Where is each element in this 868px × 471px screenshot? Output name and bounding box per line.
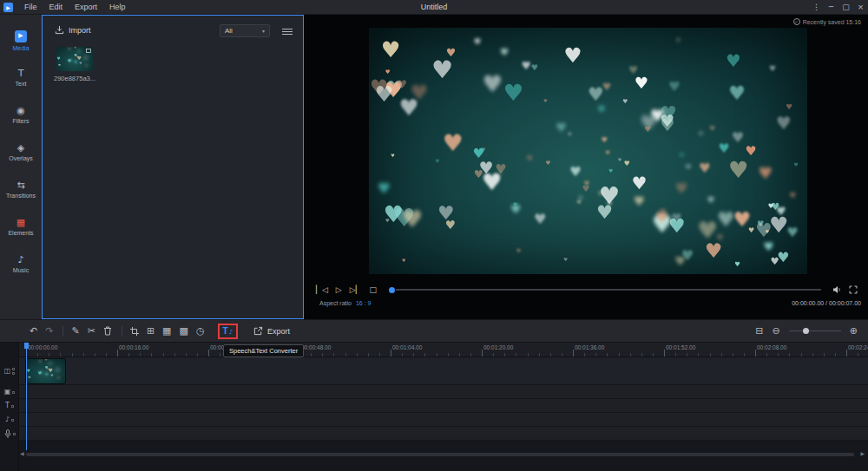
media-item-thumbnail[interactable]: ♥♥♥♥♥♥♥♥♥♥♥♥♥♥♥♥: [56, 47, 93, 71]
voice-track-header[interactable]: [0, 427, 19, 441]
track-lock-icons[interactable]: [11, 405, 14, 408]
heart-shape: ♥: [583, 180, 589, 187]
ruler-tick: [550, 353, 551, 357]
minimize-button[interactable]: ─: [824, 3, 838, 11]
heart-shape: ♥: [635, 75, 648, 90]
duration-icon[interactable]: ◷: [196, 326, 205, 336]
speech-text-converter-button[interactable]: T ♪: [218, 324, 239, 339]
previous-frame-button[interactable]: ▏◁: [316, 286, 328, 294]
heart-shape: ♥: [606, 200, 613, 208]
more-options-icon[interactable]: ⋮: [809, 3, 824, 11]
close-button[interactable]: ×: [853, 3, 868, 11]
mosaic-icon[interactable]: ▩: [180, 326, 188, 336]
heart-shape: ♥: [618, 157, 621, 161]
track-lock-icons[interactable]: [12, 391, 15, 394]
sidebar-item-transitions[interactable]: ⇆ Transitions: [0, 171, 42, 208]
sidebar-item-label: Music: [13, 267, 29, 273]
pip-track[interactable]: [19, 385, 868, 399]
heart-shape: ♥: [384, 81, 402, 101]
zoom-slider-knob[interactable]: [803, 328, 809, 334]
import-label: Import: [69, 26, 91, 35]
timeline-video-clip[interactable]: ♥♥♥♥♥♥♥♥♥♥♥♥♥♥♥♥: [26, 359, 65, 383]
heart-shape: ♥: [445, 219, 456, 232]
ruler-timestamp: 00:02:24.00: [848, 344, 868, 350]
heart-shape: ♥: [734, 261, 740, 267]
track-lock-icons[interactable]: [11, 419, 14, 422]
redo-icon[interactable]: ↷: [45, 326, 53, 336]
heart-shape: ♥: [45, 359, 48, 362]
heart-shape: ♥: [719, 141, 730, 154]
horizontal-scrollbar[interactable]: [26, 453, 854, 456]
music-track-header[interactable]: ♪: [0, 413, 19, 427]
pip-track-header[interactable]: ▣: [0, 385, 19, 399]
sidebar-item-overlays[interactable]: ◈ Overlays: [0, 134, 42, 171]
sidebar-item-music[interactable]: ♪ Music: [0, 245, 42, 283]
cut-icon[interactable]: ✂: [88, 326, 95, 336]
next-frame-button[interactable]: ▷▏: [350, 286, 362, 294]
menu-file[interactable]: File: [18, 3, 43, 11]
seek-bar[interactable]: [389, 287, 821, 293]
sidebar-item-text[interactable]: T Text: [0, 59, 42, 96]
fullscreen-icon[interactable]: [849, 285, 858, 294]
maximize-button[interactable]: ▢: [838, 3, 853, 11]
menu-edit[interactable]: Edit: [43, 3, 69, 11]
heart-shape: ♥: [707, 196, 714, 205]
text-track-header[interactable]: T: [0, 399, 19, 413]
sidebar-item-elements[interactable]: ▦ Elements: [0, 208, 42, 245]
timeline-ruler[interactable]: 00:00:00.00 00:00:16.00 00:00:32.00 00:0…: [19, 343, 868, 357]
play-button[interactable]: ▷: [336, 286, 342, 294]
heart-shape: ♥: [622, 99, 628, 105]
delete-icon[interactable]: [103, 326, 112, 336]
seek-track[interactable]: [396, 289, 821, 291]
voice-track[interactable]: [19, 427, 868, 441]
sidebar-item-label: Elements: [8, 230, 33, 236]
sidebar-item-label: Text: [16, 81, 27, 87]
heart-shape: ♥: [443, 131, 464, 154]
zoom-in-icon[interactable]: ⊕: [850, 326, 858, 336]
scroll-right-icon[interactable]: ▶: [860, 450, 865, 456]
track-lock-icons[interactable]: [12, 368, 15, 375]
elements-icon: ▦: [16, 218, 25, 227]
seek-handle[interactable]: [389, 287, 395, 293]
text-track[interactable]: [19, 399, 868, 413]
export-button[interactable]: Export: [253, 326, 290, 336]
heart-shape: ♥: [769, 213, 788, 235]
heart-shape: ♥: [45, 366, 49, 370]
undo-icon[interactable]: ↶: [30, 326, 37, 336]
menu-help[interactable]: Help: [103, 3, 132, 11]
sidebar-item-media[interactable]: ▶ Media: [0, 22, 42, 59]
zoom-frame-icon[interactable]: ⊞: [147, 326, 155, 336]
zoom-slider[interactable]: [789, 330, 841, 331]
list-view-icon[interactable]: [282, 27, 293, 36]
aspect-ratio-value[interactable]: 16 : 9: [356, 300, 372, 306]
track-header-column: ◫ ▣ T ♪: [0, 343, 19, 471]
video-preview: ♥♥♥♥♥♥♥♥♥♥♥♥♥♥♥♥♥♥♥♥♥♥♥♥♥♥♥♥♥♥♥♥♥♥♥♥♥♥♥♥…: [369, 28, 807, 274]
import-button[interactable]: Import: [55, 25, 91, 35]
video-track-header[interactable]: ◫: [0, 357, 19, 385]
scroll-left-icon[interactable]: ◀: [20, 450, 24, 456]
zoom-out-icon[interactable]: ⊖: [773, 326, 780, 336]
heart-shape: ♥: [57, 377, 60, 381]
menu-export[interactable]: Export: [69, 3, 103, 11]
volume-icon[interactable]: [832, 285, 842, 294]
media-filter-dropdown[interactable]: All ▾: [220, 24, 270, 37]
stop-button[interactable]: □: [370, 286, 378, 294]
grid-icon[interactable]: ▦: [162, 326, 171, 336]
text-icon: T: [18, 69, 24, 78]
heart-shape: ♥: [57, 57, 61, 62]
video-track[interactable]: [19, 357, 868, 385]
playhead[interactable]: [26, 343, 27, 450]
heart-shape: ♥: [655, 211, 667, 225]
fit-timeline-icon[interactable]: ⊟: [755, 326, 763, 336]
filters-icon: ◉: [16, 106, 25, 115]
track-lock-icons[interactable]: [13, 433, 16, 435]
music-track[interactable]: [19, 413, 868, 427]
sidebar-item-filters[interactable]: ◉ Filters: [0, 96, 42, 134]
heart-shape: ♥: [50, 375, 53, 378]
heart-shape: ♥: [370, 77, 389, 98]
toolbar-divider: [122, 326, 122, 337]
ruler-tick: [516, 353, 516, 357]
edit-icon[interactable]: ✎: [71, 326, 79, 336]
heart-shape: ♥: [391, 154, 394, 158]
crop-icon[interactable]: [130, 327, 139, 336]
